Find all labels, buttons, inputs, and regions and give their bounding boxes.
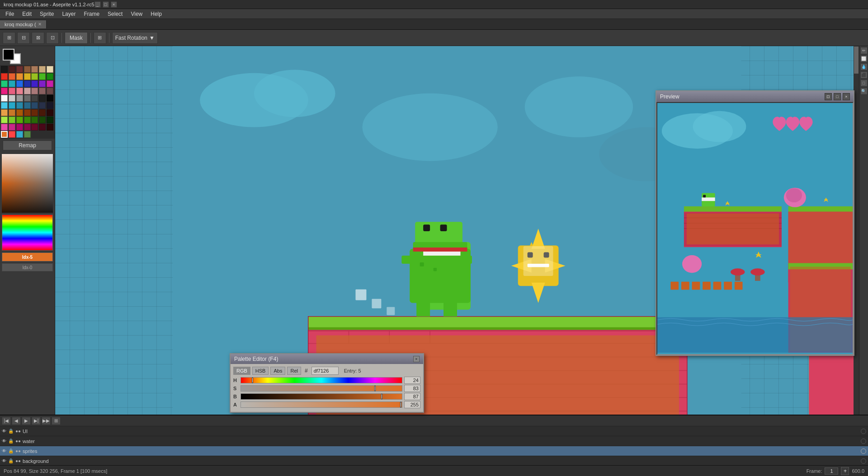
layer-name-background[interactable]: background [23, 458, 859, 464]
color-swatch-25[interactable] [31, 88, 38, 94]
color-swatch-40[interactable] [39, 102, 46, 109]
color-swatch-30[interactable] [16, 95, 23, 102]
color-swatch-58[interactable] [16, 124, 23, 131]
color-swatch-0[interactable] [1, 66, 8, 73]
grid-btn-2[interactable]: ⊟ [17, 32, 30, 44]
color-swatch-20[interactable] [47, 80, 53, 87]
color-swatch-3[interactable] [24, 66, 31, 73]
color-swatch-23[interactable] [16, 88, 23, 94]
tool-select[interactable]: □ [860, 79, 868, 87]
mask-button[interactable]: Mask [65, 32, 88, 44]
tool-eyedropper[interactable]: 💧 [860, 63, 868, 70]
layer-eye-ui[interactable]: 👁 [2, 429, 6, 434]
color-swatch-19[interactable] [39, 80, 46, 87]
color-swatch-14[interactable] [1, 80, 8, 87]
color-swatch-1[interactable] [9, 66, 15, 73]
tool-fill[interactable]: ⬛ [860, 71, 868, 79]
s-slider[interactable] [241, 385, 402, 392]
color-picker[interactable] [2, 154, 53, 213]
color-swatch-selected[interactable] [1, 131, 8, 138]
color-swatch-61[interactable] [39, 124, 46, 131]
color-swatch-16[interactable] [16, 80, 23, 87]
color-swatch-47[interactable] [39, 109, 46, 116]
menu-view[interactable]: View [127, 10, 146, 18]
color-swatch-34[interactable] [47, 95, 53, 102]
color-swatch-57[interactable] [9, 124, 15, 131]
color-swatch-46[interactable] [31, 109, 38, 116]
tab-kroq-mockup[interactable]: kroq mockup ( ✕ [0, 20, 47, 28]
tool-zoom[interactable]: 🔍 [860, 88, 868, 95]
menu-select[interactable]: Select [104, 10, 126, 18]
color-swatch-29[interactable] [9, 95, 15, 102]
color-swatch-2[interactable] [16, 66, 23, 73]
pe-btn-hsb[interactable]: HSB [252, 367, 269, 375]
layer-name-ui[interactable]: UI [23, 429, 859, 434]
color-swatch-21[interactable] [1, 88, 8, 94]
color-swatch-52[interactable] [24, 117, 31, 123]
layer-lock-sprites[interactable]: 🔒 [8, 448, 14, 453]
menu-sprite[interactable]: Sprite [36, 10, 57, 18]
status-frame-input[interactable] [825, 467, 838, 475]
color-swatch-55[interactable] [47, 117, 53, 123]
frame-next-btn[interactable]: ▶| [32, 417, 41, 425]
color-swatch-38[interactable] [24, 102, 31, 109]
layer-row-sprites[interactable]: 👁 🔒 ●● sprites [0, 446, 868, 456]
menu-layer[interactable]: Layer [58, 10, 79, 18]
layer-lock-background[interactable]: 🔒 [8, 458, 14, 463]
remap-button[interactable]: Remap [3, 140, 52, 150]
hex-color-input[interactable]: df7126 [311, 367, 339, 375]
grid-btn-4[interactable]: ⊡ [46, 32, 59, 44]
fg-color-swatch[interactable] [3, 49, 14, 61]
grid-btn-1[interactable]: ⊞ [3, 32, 15, 44]
preview-restore-btn[interactable]: ⊡ [825, 93, 832, 100]
color-swatch-64[interactable] [9, 131, 15, 138]
palette-editor-close-btn[interactable]: × [413, 356, 420, 362]
frame-last-btn[interactable]: ▶▶ [42, 417, 51, 425]
color-swatch-45[interactable] [24, 109, 31, 116]
grid-btn-3[interactable]: ⊠ [32, 32, 44, 44]
color-swatch-10[interactable] [24, 73, 31, 80]
tool-eraser[interactable]: ⬜ [860, 55, 868, 62]
frame-extra-btn[interactable]: ⊞ [52, 417, 61, 425]
frame-first-btn[interactable]: |◀ [2, 417, 11, 425]
color-swatch-18[interactable] [31, 80, 38, 87]
h-slider[interactable] [241, 377, 402, 383]
color-swatch-8[interactable] [9, 73, 15, 80]
tool-pencil[interactable]: ✏ [860, 47, 868, 54]
color-swatch-12[interactable] [39, 73, 46, 80]
color-swatch-11[interactable] [31, 73, 38, 80]
frame-prev-btn[interactable]: ◀ [12, 417, 21, 425]
layer-eye-sprites[interactable]: 👁 [2, 448, 6, 453]
preview-content[interactable] [656, 102, 854, 355]
frame-play-btn[interactable]: ▶ [22, 417, 31, 425]
color-swatch-15[interactable] [9, 80, 15, 87]
color-swatch-49[interactable] [1, 117, 8, 123]
color-swatch-60[interactable] [31, 124, 38, 131]
menu-file[interactable]: File [2, 10, 18, 18]
hue-strip[interactable] [2, 215, 53, 251]
color-swatch-17[interactable] [24, 80, 31, 87]
layer-eye-water[interactable]: 👁 [2, 439, 6, 443]
color-swatch-6[interactable] [47, 66, 53, 73]
status-frame-add-btn[interactable]: + [841, 467, 849, 475]
color-swatch-31[interactable] [24, 95, 31, 102]
tab-close-button[interactable]: ✕ [38, 22, 42, 27]
color-swatch-59[interactable] [24, 124, 31, 131]
color-swatch-24[interactable] [24, 88, 31, 94]
color-swatch-9[interactable] [16, 73, 23, 80]
extra-btn[interactable]: ⊞ [94, 32, 106, 44]
color-swatch-5[interactable] [39, 66, 46, 73]
color-swatch-27[interactable] [47, 88, 53, 94]
color-swatch-43[interactable] [9, 109, 15, 116]
minimize-button[interactable]: _ [94, 1, 101, 8]
pe-btn-rel[interactable]: Rel [287, 367, 301, 375]
layer-eye-background[interactable]: 👁 [2, 458, 6, 463]
color-swatch-36[interactable] [9, 102, 15, 109]
layer-lock-water[interactable]: 🔒 [8, 439, 14, 443]
close-window-button[interactable]: × [111, 1, 117, 8]
maximize-button[interactable]: □ [103, 1, 109, 8]
color-swatch-54[interactable] [39, 117, 46, 123]
color-swatch-44[interactable] [16, 109, 23, 116]
color-swatch-65[interactable] [16, 131, 23, 138]
layer-name-sprites[interactable]: sprites [23, 448, 859, 454]
